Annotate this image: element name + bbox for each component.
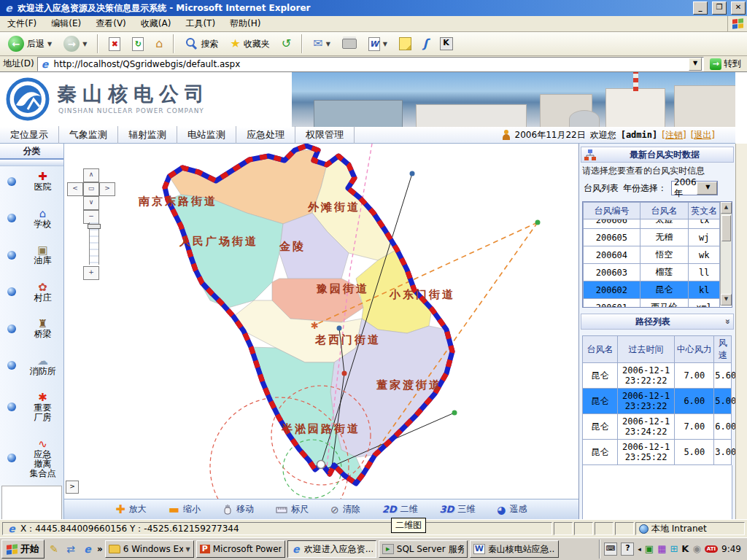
col-wind-speed[interactable]: 风速 bbox=[714, 336, 732, 363]
mail-dropdown-icon[interactable]: ▼ bbox=[326, 41, 330, 47]
pan-down-button[interactable]: ∨ bbox=[83, 196, 99, 210]
pan-right-button[interactable]: > bbox=[99, 182, 115, 196]
office-tray-icon[interactable]: ▦ bbox=[657, 544, 666, 554]
sidebar-expand-button[interactable]: > bbox=[66, 481, 79, 494]
quicklaunch-desktop-icon[interactable]: ✎ bbox=[47, 541, 61, 557]
track-point-red[interactable] bbox=[342, 371, 347, 376]
back-button[interactable]: ← 后退 ▼ bbox=[4, 34, 55, 54]
pan-left-button[interactable]: < bbox=[67, 182, 83, 196]
scroll-down-icon[interactable]: ▼ bbox=[721, 294, 732, 306]
page-scrollbar[interactable] bbox=[735, 144, 747, 519]
sidebar-item-assembly-point[interactable]: ∿ 应急 撤离 集合点 bbox=[0, 438, 63, 478]
pan-up-button[interactable]: ∧ bbox=[83, 168, 99, 182]
kaspersky-tray-icon[interactable]: K bbox=[681, 544, 689, 554]
sidebar-item-school[interactable]: ⌂ 学校 bbox=[0, 208, 63, 229]
typhoon-center-marker[interactable] bbox=[317, 461, 325, 469]
back-dropdown-icon[interactable]: ▼ bbox=[47, 41, 52, 47]
col-center-wind[interactable]: 中心风力 bbox=[675, 336, 714, 363]
zoom-slider-handle[interactable] bbox=[88, 224, 101, 229]
col-past-time[interactable]: 过去时间 bbox=[617, 336, 674, 363]
sidebar-item-oil-depot[interactable]: ▣ 油库 bbox=[0, 244, 63, 265]
ati-tray-icon[interactable]: ATI bbox=[705, 545, 718, 553]
menu-help[interactable]: 帮助(H) bbox=[222, 15, 268, 32]
refresh-button[interactable]: ↻ bbox=[128, 35, 147, 53]
menu-edit[interactable]: 编辑(E) bbox=[44, 15, 88, 32]
group-dropdown-icon[interactable]: ▼ bbox=[186, 546, 190, 553]
mail-button[interactable]: ✉ ▼ bbox=[309, 36, 334, 52]
sidebar-item-fire-station[interactable]: ☁ 消防所 bbox=[0, 355, 63, 376]
table-row[interactable]: 200604 悟空 wk bbox=[584, 246, 720, 264]
taskbar-button-sqlserver[interactable]: ▸ SQL Server 服务... bbox=[379, 540, 468, 558]
remote-sensing-tool[interactable]: ◕ 遥感 bbox=[497, 503, 527, 516]
taskbar-button-explorer-group[interactable]: 6 Windows Expl... ▼ bbox=[105, 540, 194, 558]
forward-dropdown-icon[interactable]: ▼ bbox=[82, 41, 87, 47]
table-row[interactable]: 昆仑 2006-12-1 23:22:22 7.00 5.60 bbox=[583, 363, 732, 389]
edit-word-button[interactable]: W ▼ bbox=[365, 35, 391, 53]
address-input[interactable]: e http://localhost/QSgridwebgis/default.… bbox=[37, 57, 704, 71]
menu-tools[interactable]: 工具(T) bbox=[178, 15, 222, 32]
search-button[interactable]: 搜索 bbox=[181, 35, 222, 52]
sidebar-item-important-plant[interactable]: ✱ 重要 厂房 bbox=[0, 392, 63, 422]
menu-file[interactable]: 文件(F) bbox=[0, 15, 44, 32]
tab-emergency-handle[interactable]: 应急处理 bbox=[236, 126, 295, 144]
taskbar-button-powerpoint[interactable]: P Microsoft PowerP... bbox=[196, 540, 285, 558]
quicklaunch-ie-icon[interactable]: e bbox=[80, 541, 95, 557]
menu-view[interactable]: 查看(V) bbox=[88, 15, 133, 32]
zoom-out-tool[interactable]: ▬ 缩小 bbox=[169, 503, 201, 516]
quicklaunch-overflow-chevron[interactable]: » bbox=[97, 544, 103, 554]
start-button[interactable]: 开始 bbox=[1, 540, 44, 559]
logout-link[interactable]: [注销] bbox=[662, 129, 686, 141]
menu-favorites[interactable]: 收藏(A) bbox=[133, 15, 179, 32]
year-select[interactable]: 2006年 ▼ bbox=[671, 181, 718, 195]
taskbar-button-word[interactable]: W 秦山核电站应急... bbox=[470, 540, 559, 558]
table-row[interactable]: 200605 无稽 wj bbox=[584, 229, 720, 246]
sql-tray-icon[interactable]: ▣ bbox=[645, 544, 654, 554]
volume-tray-icon[interactable]: ◉ bbox=[692, 544, 700, 554]
tab-permission-manage[interactable]: 权限管理 bbox=[295, 126, 355, 144]
tab-station-monitor[interactable]: 电站监测 bbox=[177, 126, 236, 144]
view-3d-tool[interactable]: 3D 三维 bbox=[440, 503, 476, 516]
table-row[interactable]: 200606 太虚 tx bbox=[584, 219, 720, 229]
sidebar-item-village[interactable]: ✿ 村庄 bbox=[0, 281, 63, 303]
table-scrollbar[interactable]: ▲ ▼ bbox=[720, 202, 732, 306]
zoom-in-step-button[interactable]: + bbox=[83, 266, 99, 280]
tray-expand-chevron[interactable]: ◂ bbox=[638, 545, 641, 553]
restore-button[interactable]: ❐ bbox=[712, 1, 727, 15]
stop-button[interactable]: ✖ bbox=[105, 35, 124, 53]
scroll-up-icon[interactable]: ▲ bbox=[721, 202, 732, 214]
keyboard-layout-icon[interactable]: ⌨ bbox=[604, 542, 617, 556]
sidebar-item-bridge[interactable]: ♜ 桥梁 bbox=[0, 318, 63, 339]
col-english-name[interactable]: 英文名 bbox=[689, 203, 720, 219]
track-point-blue[interactable] bbox=[337, 326, 342, 331]
antivirus-button[interactable]: K bbox=[436, 35, 457, 52]
history-button[interactable]: ↺ bbox=[278, 36, 295, 52]
table-row[interactable]: 200601 西马伦 xml bbox=[584, 299, 720, 308]
collapse-chevron-icon[interactable]: « bbox=[722, 319, 732, 324]
notes-button[interactable] bbox=[395, 35, 415, 52]
pan-center-button[interactable]: ▭ bbox=[83, 182, 99, 196]
taskbar-button-ie-active[interactable]: e 欢迎进入应急资... bbox=[287, 540, 376, 558]
zoom-slider[interactable] bbox=[89, 222, 99, 265]
quit-link[interactable]: [退出] bbox=[691, 129, 715, 141]
help-tray-icon[interactable]: ? bbox=[621, 542, 634, 556]
minimize-button[interactable]: _ bbox=[693, 1, 708, 15]
gis-map-area[interactable]: ✱ 南京东路街道 外滩街道 人民广场街道 金陵 豫园街道 小东门街道 老西门街道… bbox=[64, 144, 578, 519]
pan-tool[interactable]: 移动 bbox=[222, 503, 254, 516]
clear-tool[interactable]: ⊘ 清除 bbox=[330, 503, 360, 516]
track-point-green[interactable] bbox=[452, 411, 457, 416]
scroll-thumb[interactable] bbox=[721, 215, 731, 241]
favorites-button[interactable]: ★ 收藏夹 bbox=[226, 36, 273, 52]
grid-tray-icon[interactable]: ⊞ bbox=[670, 544, 678, 554]
address-dropdown-icon[interactable]: ▼ bbox=[689, 58, 702, 71]
ruler-tool[interactable]: 标尺 bbox=[276, 503, 309, 516]
year-dropdown-icon[interactable]: ▼ bbox=[697, 182, 717, 195]
clock[interactable]: 9:49 bbox=[721, 544, 741, 554]
sidebar-item-hospital[interactable]: ✚ 医院 bbox=[0, 171, 63, 192]
tab-radiation-monitor[interactable]: 辐射监测 bbox=[118, 126, 177, 144]
table-row-selected[interactable]: 200602 昆仑 kl bbox=[584, 281, 720, 299]
table-row[interactable]: 200603 榴莲 ll bbox=[584, 264, 720, 281]
forward-button[interactable]: → ▼ bbox=[60, 34, 90, 54]
close-button[interactable]: ✕ bbox=[731, 1, 746, 15]
zoom-in-tool[interactable]: ✚ 放大 bbox=[115, 503, 146, 516]
col-typhoon-name[interactable]: 台风名 bbox=[583, 336, 618, 363]
